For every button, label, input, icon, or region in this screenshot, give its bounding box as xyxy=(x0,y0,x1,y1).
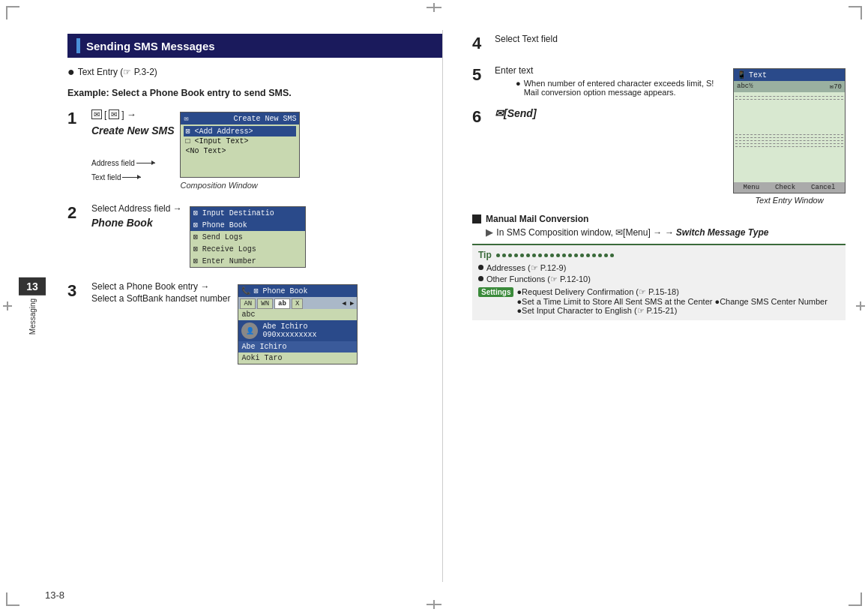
page-tab: 13 Messaging xyxy=(19,278,46,334)
tip-dots xyxy=(496,254,614,257)
settings-badge: Settings xyxy=(478,287,513,297)
heading-bar xyxy=(76,38,80,53)
arrow-labels: Address field Text field xyxy=(91,159,174,182)
step3-screen: 📞 ⊠ Phone Book AN WN ab X ◀ ▶ abc xyxy=(238,284,358,364)
step-5: 5 Enter text ● When number of entered ch… xyxy=(472,65,726,97)
corner-mark-tl xyxy=(6,6,19,20)
step-4: 4 Select Text field xyxy=(472,34,846,53)
mail-bracket-icon: ✉ xyxy=(91,110,102,119)
footer-page: 13-8 xyxy=(45,590,64,601)
bullet-entry: ● Text Entry (☞ P.3-2) xyxy=(67,65,442,79)
text-entry-window: 📱 Text abc½ ✉70 xyxy=(733,68,846,194)
left-panel: Sending SMS Messages ● Text Entry (☞ P.3… xyxy=(67,34,450,574)
manual-mail-section: Manual Mail Conversion ▶ In SMS Composit… xyxy=(472,214,846,238)
contact-avatar: 👤 xyxy=(241,322,258,339)
corner-mark-bl xyxy=(6,592,19,606)
side-cross-right xyxy=(856,298,865,314)
composition-label: Composition Window xyxy=(180,181,300,190)
step-6: 6 ✉[Send] xyxy=(472,107,726,127)
corner-mark-br xyxy=(849,592,862,606)
black-square-icon xyxy=(472,214,481,224)
step2-screen: ⊠ Input Destinatio ⊠ Phone Book ⊠ Send L… xyxy=(190,206,306,268)
center-cross-bottom xyxy=(427,600,441,609)
step-1: 1 ✉ [ ✉ ] → Create New SMS xyxy=(67,109,442,190)
page-tab-number: 13 xyxy=(19,278,46,296)
step2-title: Phone Book xyxy=(91,217,182,229)
step-5-area: 5 Enter text ● When number of entered ch… xyxy=(472,65,846,205)
right-panel: 4 Select Text field 5 Enter text xyxy=(450,34,846,574)
step-2: 2 Select Address field → Phone Book ⊠ In… xyxy=(67,203,442,268)
center-cross-top xyxy=(427,3,441,12)
side-cross-left xyxy=(3,298,12,314)
step-3: 3 Select a Phone Book entry → Select a S… xyxy=(67,281,442,364)
section-heading: Sending SMS Messages xyxy=(67,34,442,58)
corner-mark-tr xyxy=(849,6,862,20)
tip-section: Tip xyxy=(472,244,846,320)
step1-title: Create New SMS xyxy=(91,124,174,136)
tew-caption: Text Entry Window xyxy=(733,196,846,205)
step1-screen: ✉ Create New SMS ⊠ <Add Address> □ <Inpu… xyxy=(180,112,300,178)
page-tab-label: Messaging xyxy=(28,298,37,334)
example-text: Example: Select a Phone Book entry to se… xyxy=(67,88,442,98)
